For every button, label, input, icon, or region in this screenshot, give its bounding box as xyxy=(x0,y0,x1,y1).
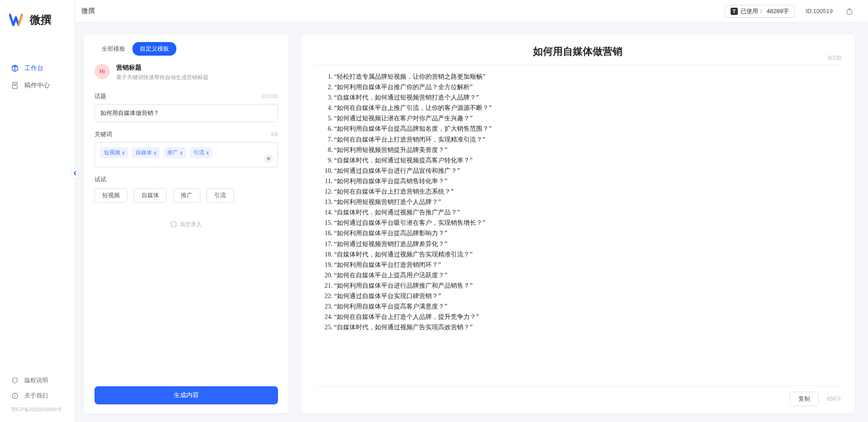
input-panel: 全部模板自定义模板 Hi 营销标题 基于关键词快速帮你自动生成营销标题 话题 1… xyxy=(83,33,289,414)
result-body: “轻松打造专属品牌短视频，让你的营销之路更加顺畅”“如何利用自媒体平台推广你的产… xyxy=(314,70,841,381)
tag-remove-icon[interactable]: x xyxy=(154,150,156,156)
sidebar-collapse[interactable] xyxy=(71,168,79,178)
copy-button[interactable]: 复制 xyxy=(790,392,819,406)
tag-remove-icon[interactable]: x xyxy=(180,150,183,156)
result-item: “如何利用自媒体平台推广你的产品？全方位解析” xyxy=(334,82,840,92)
result-item: “如何通过自媒体平台进行产品宣传和推广？” xyxy=(334,166,840,176)
result-item: “如何利用自媒体平台提高客户满意度？” xyxy=(334,301,840,312)
try-label: 试试 xyxy=(94,175,278,184)
sidebar: 微撰 工作台稿件中心 版权说明关于我们鄂ICP备2022016946号 xyxy=(0,0,75,422)
footer-label: 版权说明 xyxy=(24,376,48,384)
tag-remove-icon[interactable]: x xyxy=(206,150,209,156)
result-panel: 如何用自媒体做营销 9/100 “轻松打造专属品牌短视频，让你的营销之路更加顺畅… xyxy=(300,33,855,414)
keywords-label: 关键词 xyxy=(94,130,112,138)
page-title: 微撰 xyxy=(81,7,95,15)
tag-text: 推广 xyxy=(167,149,178,156)
tag-text: 引流 xyxy=(193,149,204,156)
usage-label: 已使用： xyxy=(741,7,764,15)
clear-keywords-button[interactable]: ✕ xyxy=(264,154,273,163)
keywords-field: 关键词 4/6 短视频 x自媒体 x推广 x引流 x ✕ xyxy=(94,130,278,167)
result-item: “如何利用自媒体平台提高销售转化率？” xyxy=(334,176,840,186)
tab-1[interactable]: 自定义模板 xyxy=(132,42,176,56)
result-item: “自媒体时代，如何通过视频广告实现精准引流？” xyxy=(334,249,840,260)
result-title: 如何用自媒体做营销 xyxy=(533,45,623,58)
template-header: Hi 营销标题 基于关键词快速帮你自动生成营销标题 xyxy=(94,64,278,81)
fill-mode-button[interactable]: 填空录入 xyxy=(94,211,278,232)
result-item: “如何利用自媒体平台打造营销闭环？” xyxy=(334,260,840,270)
result-item: “如何通过短视频让潜在客户对你产品产生兴趣？” xyxy=(334,113,840,123)
cube-icon xyxy=(11,64,19,72)
tab-0[interactable]: 全部模板 xyxy=(94,42,132,56)
svg-point-4 xyxy=(14,394,15,395)
user-id: ID:100519 xyxy=(806,8,833,14)
result-item: “如何通过自媒体平台实现口碑营销？” xyxy=(334,291,840,301)
result-title-counter: 9/100 xyxy=(828,55,841,61)
tag-text: 自媒体 xyxy=(136,149,152,156)
keyword-tag[interactable]: 引流 x xyxy=(190,147,212,158)
sidebar-footer: 版权说明关于我们鄂ICP备2022016946号 xyxy=(0,373,75,422)
usage-pill[interactable]: T 已使用： 48289字 xyxy=(725,5,795,18)
result-item: “如何利用短视频营销提升品牌美誉度？” xyxy=(334,145,840,155)
try-chip[interactable]: 短视频 xyxy=(94,188,127,203)
topic-counter: 10/100 xyxy=(261,93,278,100)
template-icon: Hi xyxy=(94,64,110,79)
usage-icon: T xyxy=(731,8,738,15)
keyword-tag[interactable]: 推广 x xyxy=(164,147,186,158)
template-desc: 基于关键词快速帮你自动生成营销标题 xyxy=(116,74,208,81)
nav-label: 稿件中心 xyxy=(24,81,50,90)
result-item: “如何在自媒体平台上打造营销生态系统？” xyxy=(334,186,840,197)
try-chip[interactable]: 引流 xyxy=(207,188,234,203)
form-icon xyxy=(171,222,176,227)
result-item: “如何在自媒体平台上提高用户活跃度？” xyxy=(334,270,840,280)
keyword-tag[interactable]: 短视频 x xyxy=(100,147,128,158)
result-item: “如何利用自媒体平台进行品牌推广和产品销售？” xyxy=(334,280,840,291)
keywords-counter: 4/6 xyxy=(270,131,278,138)
result-item: “自媒体时代，如何通过视频广告实现高效营销？” xyxy=(334,322,840,332)
result-item: “如何在自媒体平台上推广引流，让你的客户源源不断？” xyxy=(334,103,840,113)
result-item: “如何利用自媒体平台提高品牌影响力？” xyxy=(334,228,840,238)
logo[interactable]: 微撰 xyxy=(0,0,75,35)
power-icon[interactable] xyxy=(844,5,855,17)
topic-field: 话题 10/100 xyxy=(94,92,278,122)
result-item: “如何利用短视频营销打造个人品牌？” xyxy=(334,197,840,207)
result-item: “自媒体时代，如何通过视频广告推广产品？” xyxy=(334,207,840,218)
logo-text: 微撰 xyxy=(30,13,52,27)
nav: 工作台稿件中心 xyxy=(0,35,75,373)
footer-label: 关于我们 xyxy=(24,392,48,400)
template-tabs: 全部模板自定义模板 xyxy=(94,42,278,56)
generate-button[interactable]: 生成内容 xyxy=(94,386,278,404)
char-count: 658字 xyxy=(827,395,841,403)
result-item: “如何在自媒体平台上打造个人品牌，提升竞争力？” xyxy=(334,312,840,322)
logo-icon xyxy=(9,13,26,27)
topic-input[interactable] xyxy=(94,104,278,122)
result-item: “如何利用自媒体平台提高品牌知名度，扩大销售范围？” xyxy=(334,123,840,134)
shield-icon xyxy=(11,376,19,384)
result-item: “自媒体时代，如何通过短视频营销打造个人品牌？” xyxy=(334,92,840,103)
fill-mode-label: 填空录入 xyxy=(180,221,202,228)
result-item: “自媒体时代，如何通过短视频提高客户转化率？” xyxy=(334,155,840,166)
try-field: 试试 短视频自媒体推广引流 xyxy=(94,175,278,203)
template-title: 营销标题 xyxy=(116,64,208,72)
usage-value: 48289字 xyxy=(767,7,789,15)
tag-text: 短视频 xyxy=(104,149,120,156)
tag-remove-icon[interactable]: x xyxy=(122,150,125,156)
result-item: “如何通过短视频营销打造品牌差异化？” xyxy=(334,239,840,249)
topbar: 微撰 T 已使用： 48289字 ID:100519 xyxy=(75,0,868,23)
try-chip[interactable]: 自媒体 xyxy=(134,188,167,203)
result-item: “轻松打造专属品牌短视频，让你的营销之路更加顺畅” xyxy=(334,71,840,82)
try-chip[interactable]: 推广 xyxy=(173,188,200,203)
doc-icon xyxy=(11,81,19,90)
result-item: “如何在自媒体平台上打造营销闭环，实现精准引流？” xyxy=(334,134,840,145)
nav-item-1[interactable]: 稿件中心 xyxy=(0,77,75,94)
keyword-tag[interactable]: 自媒体 x xyxy=(132,147,160,158)
footer-item-1[interactable]: 关于我们 xyxy=(0,388,75,403)
icp-text: 鄂ICP备2022016946号 xyxy=(0,403,75,413)
info-icon xyxy=(11,392,19,400)
result-item: “如何通过自媒体平台吸引潜在客户，实现销售增长？” xyxy=(334,218,840,228)
nav-item-0[interactable]: 工作台 xyxy=(0,60,75,77)
footer-item-0[interactable]: 版权说明 xyxy=(0,373,75,388)
topic-label: 话题 xyxy=(94,92,106,100)
nav-label: 工作台 xyxy=(24,64,43,72)
keywords-input[interactable]: 短视频 x自媒体 x推广 x引流 x ✕ xyxy=(94,142,278,167)
